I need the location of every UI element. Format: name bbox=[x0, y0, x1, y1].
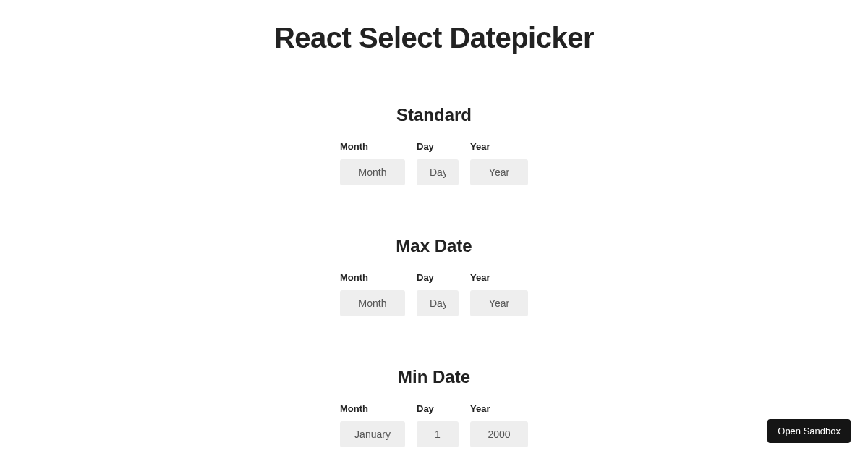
page-title: React Select Datepicker bbox=[0, 22, 868, 54]
section-heading: Max Date bbox=[0, 236, 868, 256]
day-field: Day Day bbox=[417, 272, 459, 316]
month-select[interactable]: Month bbox=[340, 159, 405, 185]
section-max-date: Max Date Month Month Day Day Year Year bbox=[0, 236, 868, 316]
day-select[interactable]: Day bbox=[417, 159, 459, 185]
day-label: Day bbox=[417, 141, 434, 152]
month-select[interactable]: Month bbox=[340, 290, 405, 316]
section-standard: Standard Month Month Day Day Year Year bbox=[0, 105, 868, 185]
year-field: Year Year bbox=[470, 272, 528, 316]
month-field: Month Month bbox=[340, 272, 405, 316]
day-select[interactable]: 1 bbox=[417, 421, 459, 447]
day-label: Day bbox=[417, 272, 434, 283]
section-heading: Standard bbox=[0, 105, 868, 125]
open-sandbox-button[interactable]: Open Sandbox bbox=[767, 419, 851, 443]
year-select[interactable]: Year bbox=[470, 290, 528, 316]
day-label: Day bbox=[417, 403, 434, 414]
day-select[interactable]: Day bbox=[417, 290, 459, 316]
day-field: Day 1 bbox=[417, 403, 459, 447]
month-label: Month bbox=[340, 403, 368, 414]
month-label: Month bbox=[340, 272, 368, 283]
section-min-date: Min Date Month January Day 1 Year 2000 bbox=[0, 367, 868, 447]
date-row: Month Month Day Day Year Year bbox=[0, 272, 868, 316]
month-field: Month January bbox=[340, 403, 405, 447]
year-select[interactable]: Year bbox=[470, 159, 528, 185]
date-row: Month Month Day Day Year Year bbox=[0, 141, 868, 185]
month-label: Month bbox=[340, 141, 368, 152]
year-field: Year Year bbox=[470, 141, 528, 185]
section-heading: Min Date bbox=[0, 367, 868, 387]
month-field: Month Month bbox=[340, 141, 405, 185]
year-field: Year 2000 bbox=[470, 403, 528, 447]
year-label: Year bbox=[470, 141, 490, 152]
year-select[interactable]: 2000 bbox=[470, 421, 528, 447]
year-label: Year bbox=[470, 272, 490, 283]
year-label: Year bbox=[470, 403, 490, 414]
day-field: Day Day bbox=[417, 141, 459, 185]
date-row: Month January Day 1 Year 2000 bbox=[0, 403, 868, 447]
month-select[interactable]: January bbox=[340, 421, 405, 447]
